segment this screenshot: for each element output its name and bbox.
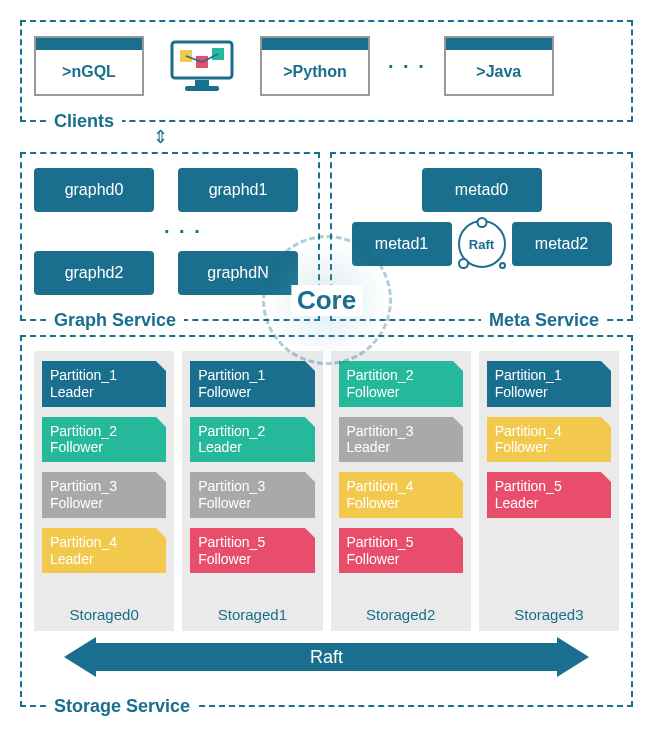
metad-node: metad0 [422, 168, 542, 212]
storage-service-box: Partition_1LeaderPartition_2FollowerPart… [20, 335, 633, 707]
graph-ellipsis: · · · [164, 220, 202, 243]
partition-block: Partition_2Follower [42, 417, 166, 463]
core-label: Core [291, 285, 362, 316]
partition-block: Partition_2Follower [339, 361, 463, 407]
graphd-node: graphd2 [34, 251, 154, 295]
metad-node: metad2 [512, 222, 612, 266]
partition-block: Partition_5Follower [190, 528, 314, 574]
monitor-icon [162, 38, 242, 94]
clients-box: >nGQL >Python · · · >Java Clients [20, 20, 633, 122]
storage-name: Storaged3 [487, 606, 611, 623]
bidirectional-arrow-icon: ⇕ [150, 126, 170, 148]
arrow-right-icon [557, 637, 589, 677]
storage-name: Storaged1 [190, 606, 314, 623]
client-label: >nGQL [36, 50, 142, 94]
partition-block: Partition_1Leader [42, 361, 166, 407]
clients-ellipsis: · · · [388, 55, 426, 78]
arrow-left-icon [64, 637, 96, 677]
graph-service-label: Graph Service [46, 310, 184, 331]
partition-block: Partition_4Follower [339, 472, 463, 518]
clients-row: >nGQL >Python · · · >Java [34, 36, 619, 96]
storage-name: Storaged2 [339, 606, 463, 623]
graphd-node: graphd0 [34, 168, 154, 212]
partition-block: Partition_3Leader [339, 417, 463, 463]
meta-service-label: Meta Service [481, 310, 607, 331]
client-ngql: >nGQL [34, 36, 144, 96]
storage-service-label: Storage Service [46, 696, 198, 717]
partition-block: Partition_4Follower [487, 417, 611, 463]
svg-rect-1 [195, 80, 209, 86]
raft-bar: Raft [64, 637, 589, 677]
storage-name: Storaged0 [42, 606, 166, 623]
storage-column: Partition_1FollowerPartition_2LeaderPart… [182, 351, 322, 631]
partition-block: Partition_5Leader [487, 472, 611, 518]
storage-columns: Partition_1LeaderPartition_2FollowerPart… [34, 351, 619, 631]
partition-block: Partition_3Follower [190, 472, 314, 518]
partition-block: Partition_1Follower [190, 361, 314, 407]
partition-block: Partition_2Leader [190, 417, 314, 463]
storage-column: Partition_2FollowerPartition_3LeaderPart… [331, 351, 471, 631]
partition-block: Partition_3Follower [42, 472, 166, 518]
partition-block: Partition_4Leader [42, 528, 166, 574]
svg-rect-2 [185, 86, 219, 91]
partition-block: Partition_1Follower [487, 361, 611, 407]
client-label: >Python [262, 50, 368, 94]
raft-icon: Raft [458, 220, 506, 268]
raft-bar-label: Raft [94, 643, 559, 671]
storage-column: Partition_1LeaderPartition_2FollowerPart… [34, 351, 174, 631]
client-java: >Java [444, 36, 554, 96]
graphd-node: graphd1 [178, 168, 298, 212]
client-python: >Python [260, 36, 370, 96]
clients-label: Clients [46, 111, 122, 132]
client-label: >Java [446, 50, 552, 94]
storage-column: Partition_1FollowerPartition_4FollowerPa… [479, 351, 619, 631]
partition-block: Partition_5Follower [339, 528, 463, 574]
